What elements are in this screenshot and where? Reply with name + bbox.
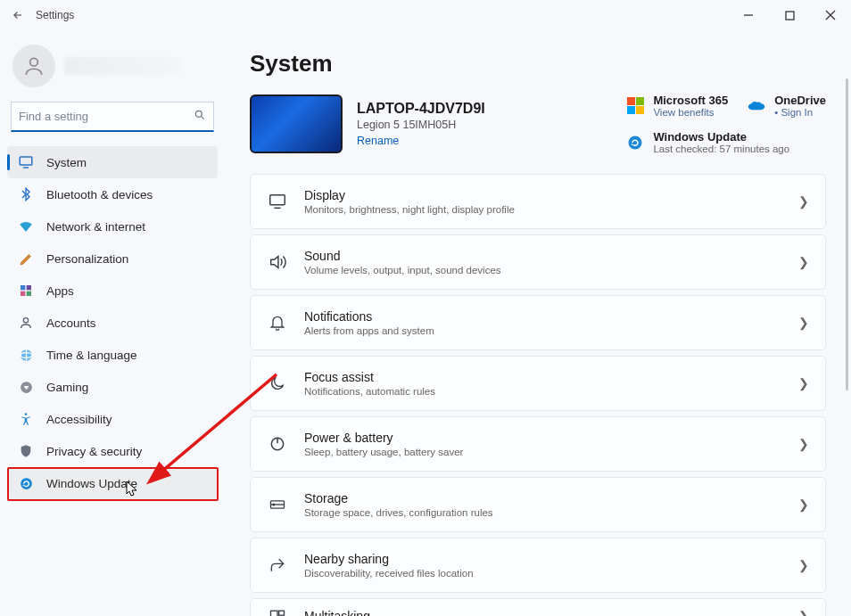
card-display[interactable]: DisplayMonitors, brightness, night light… [250,174,826,229]
storage-icon [267,494,288,515]
card-storage[interactable]: StorageStorage space, drives, configurat… [250,477,826,532]
svg-rect-7 [20,157,32,165]
status-title: Microsoft 365 [653,94,728,107]
card-sub: Volume levels, output, input, sound devi… [304,265,501,275]
chevron-right-icon: ❯ [798,194,809,209]
rename-link[interactable]: Rename [357,135,485,147]
sidebar-item-label: Time & language [46,349,137,362]
svg-rect-12 [27,292,31,296]
card-power-battery[interactable]: Power & batterySleep, battery usage, bat… [250,416,826,472]
chevron-right-icon: ❯ [798,497,809,512]
card-title: Storage [304,491,493,505]
search-icon [194,109,206,124]
display-icon [267,191,288,212]
power-icon [267,433,288,455]
sidebar-item-system[interactable]: System [7,146,218,178]
globe-icon [16,345,36,365]
device-box[interactable]: LAPTOP-4JDV7D9I Legion 5 15IMH05H Rename [250,94,485,154]
card-sound[interactable]: SoundVolume levels, output, input, sound… [250,234,826,290]
card-title: Focus assist [304,370,435,384]
sound-icon [267,251,288,273]
user-account-row[interactable] [7,41,218,100]
svg-point-18 [25,413,28,415]
accounts-icon [16,313,36,333]
sidebar-item-windows-update[interactable]: Windows Update [7,467,218,499]
sidebar-item-time-language[interactable]: Time & language [7,339,218,371]
svg-point-19 [21,478,32,489]
sidebar-item-label: Gaming [46,381,88,394]
system-icon [16,152,36,172]
chevron-right-icon: ❯ [798,376,809,390]
bluetooth-icon [16,185,36,204]
svg-rect-11 [21,292,25,296]
svg-rect-10 [27,285,31,290]
card-title: Sound [304,249,501,263]
device-name: LAPTOP-4JDV7D9I [357,101,485,117]
card-sub: Alerts from apps and system [304,325,434,336]
close-button[interactable] [810,0,851,30]
shield-icon [16,441,36,461]
sidebar-item-personalization[interactable]: Personalization [7,242,218,275]
sidebar-item-label: Privacy & security [46,445,142,458]
main-content: System LAPTOP-4JDV7D9I Legion 5 15IMH05H… [225,30,851,616]
status-windows-update[interactable]: Windows Update Last checked: 57 minutes … [626,130,826,154]
apps-icon [16,281,36,300]
card-nearby-sharing[interactable]: Nearby sharingDiscoverability, received … [250,538,826,593]
svg-rect-9 [21,285,25,290]
search-box[interactable] [11,102,214,132]
sidebar-item-apps[interactable]: Apps [7,275,218,307]
card-sub: Sleep, battery usage, battery saver [304,447,463,457]
search-input[interactable] [19,110,194,123]
sidebar-item-privacy[interactable]: Privacy & security [7,435,218,467]
svg-rect-28 [271,611,278,616]
svg-rect-21 [270,195,285,205]
back-button[interactable] [7,4,29,26]
status-title: Windows Update [653,130,789,144]
window-title: Settings [36,9,74,21]
scrollbar[interactable] [846,78,848,390]
gaming-icon [16,377,36,397]
card-sub: Discoverability, received files location [304,568,474,579]
chevron-right-icon: ❯ [798,437,809,451]
microsoft-365-icon [626,97,644,115]
status-microsoft365[interactable]: Microsoft 365 View benefits [626,94,728,118]
avatar [12,45,55,87]
sidebar-item-label: Network & internet [46,220,145,234]
status-sub: View benefits [653,107,728,118]
sidebar-item-accounts[interactable]: Accounts [7,307,218,339]
card-title: Nearby sharing [304,552,474,566]
sidebar-item-network[interactable]: Network & internet [7,210,218,242]
sidebar-item-bluetooth[interactable]: Bluetooth & devices [7,178,218,210]
sidebar-item-gaming[interactable]: Gaming [7,371,218,403]
page-title: System [250,50,826,78]
bell-icon [267,312,288,333]
svg-rect-1 [786,12,794,20]
svg-line-6 [201,116,203,119]
sidebar-item-label: Accessibility [46,413,112,426]
sidebar: System Bluetooth & devices Network & int… [0,30,225,616]
card-multitasking[interactable]: Multitasking ❯ [250,598,826,616]
card-focus-assist[interactable]: Focus assistNotifications, automatic rul… [250,356,826,411]
nav-list: System Bluetooth & devices Network & int… [7,144,218,609]
card-sub: Notifications, automatic rules [304,386,435,397]
share-icon [267,554,288,576]
status-sub: • Sign In [774,107,826,118]
device-info-row: LAPTOP-4JDV7D9I Legion 5 15IMH05H Rename… [250,94,826,154]
chevron-right-icon: ❯ [798,255,809,269]
title-bar: Settings [0,0,851,30]
moon-icon [267,373,288,394]
wifi-icon [16,217,36,236]
status-sub: Last checked: 57 minutes ago [653,144,789,154]
card-notifications[interactable]: NotificationsAlerts from apps and system… [250,295,826,350]
card-sub: Storage space, drives, configuration rul… [304,507,493,518]
chevron-right-icon: ❯ [798,316,809,330]
sidebar-item-accessibility[interactable]: Accessibility [7,403,218,435]
card-title: Display [304,188,515,202]
sidebar-item-label: Personalization [46,252,128,266]
windows-update-status-icon [626,134,644,152]
status-onedrive[interactable]: OneDrive • Sign In [748,94,826,118]
maximize-button[interactable] [769,0,810,30]
svg-point-5 [195,111,202,117]
minimize-button[interactable] [728,0,769,30]
chevron-right-icon: ❯ [798,609,809,616]
